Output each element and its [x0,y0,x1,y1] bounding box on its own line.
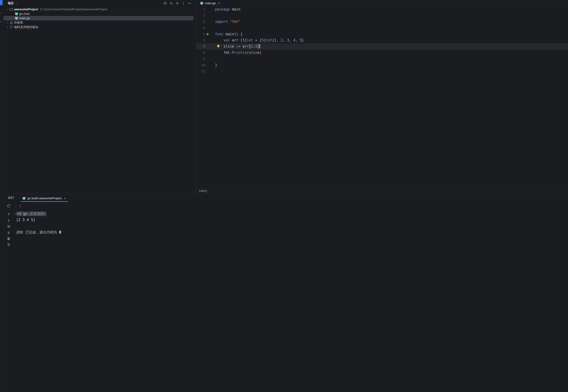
code-token: (slice) [247,51,261,55]
line-number[interactable]: 3 [196,19,205,25]
go-file-icon [200,1,204,5]
editor-gutter[interactable]: 11 [196,68,214,74]
code-line[interactable]: 4 [196,25,568,31]
console-output[interactable]: › <4 go 设置调用> [2 3 4 5] 进程 已完成，退出代码为 0 [14,210,568,392]
tree-item-external-libraries[interactable]: 外部库 [3,20,194,25]
external-libraries-icon [10,21,13,24]
line-number[interactable]: 11 [196,68,205,74]
chevron-down-icon[interactable] [15,1,18,5]
editor-area: main.go × 1package main23import "fmt"45f… [196,0,568,194]
editor-tab-bar: main.go × [196,0,568,6]
run-tab[interactable]: go build awesomeProject × [21,196,68,202]
tree-item-maingo[interactable]: main.go [3,16,194,20]
editor-gutter[interactable]: 10 [196,62,214,68]
breadcrumbs-bar: main() [196,188,568,194]
up-arrow-icon[interactable] [7,212,11,216]
close-icon[interactable]: × [64,196,66,200]
fold-expander-icon[interactable]: › [14,211,16,217]
console-toolbar [3,210,14,392]
code-text: package main [214,6,568,13]
tree-item-scratches[interactable]: 临时文件和控制台 [3,25,194,29]
code-text: var arr [5]int = [5]int{1, 2, 3, 4, 5} [214,37,568,43]
code-editor[interactable]: 1package main23import "fmt"45func main()… [196,6,568,188]
editor-gutter[interactable]: 1 [196,6,214,13]
code-line[interactable]: 2 [196,13,568,18]
folded-command-chip[interactable]: <4 go 设置调用> [16,211,46,216]
line-number[interactable]: 9 [196,56,205,62]
code-text: func main() { [214,31,568,37]
hide-icon[interactable] [188,1,191,5]
code-token: , [289,38,293,42]
line-number[interactable]: 1 [196,6,205,13]
chevron-collapsed-icon[interactable] [6,21,9,25]
clear-icon[interactable] [7,243,11,247]
code-token: ] [264,38,266,42]
close-icon[interactable]: × [218,1,220,5]
run-gutter-icon[interactable] [207,33,209,36]
tree-item-root[interactable]: awesomeProject C:\Users\meowr\GolandProj… [3,7,194,12]
code-line[interactable]: 6 var arr [5]int = [5]int{1, 2, 3, 4, 5} [196,37,568,43]
code-token: 3 [287,38,289,42]
code-token: 1 [251,44,253,48]
code-line[interactable]: 7 slice := arr[1:5] [196,43,568,49]
code-line[interactable]: 3import "fmt" [196,19,568,25]
ide-window: 项目 [0,0,568,392]
editor-gutter[interactable]: 2 [196,13,214,18]
line-number[interactable]: 8 [196,50,205,56]
run-toolbar [3,202,568,210]
code-token: Println [232,51,247,55]
tree-item-gomod[interactable]: go.mod [3,12,194,16]
code-line[interactable]: 1package main [196,6,568,13]
chevron-expanded-icon[interactable] [6,8,9,11]
locate-icon[interactable] [163,1,167,5]
rerun-icon[interactable] [7,204,11,208]
editor-tab-maingo[interactable]: main.go × [198,0,222,6]
collapse-all-icon[interactable] [175,1,179,5]
code-token: main() { [224,32,242,36]
code-line[interactable]: 5func main() { [196,31,568,37]
line-number[interactable]: 6 [196,37,205,43]
code-token: = [ [253,38,262,42]
editor-gutter[interactable]: 6 [196,37,214,43]
code-line[interactable]: 10} [196,62,568,68]
main-area: 项目 [3,0,568,392]
code-token: , [276,38,281,42]
run-panel-header: 运行 go build awesomeProject × [3,194,568,202]
code-token [215,38,224,42]
scroll-end-icon[interactable] [7,231,11,234]
code-token: 5 [262,38,264,42]
scratches-icon [10,25,13,29]
editor-gutter[interactable]: 9 [196,56,214,62]
editor-gutter[interactable]: 5 [196,31,214,37]
editor-gutter[interactable]: 3 [196,19,214,25]
console-command-line[interactable]: › <4 go 设置调用> [14,211,568,217]
print-icon[interactable] [7,237,11,240]
editor-gutter[interactable]: 7 [196,43,214,49]
chevron-collapsed-icon[interactable] [6,25,9,29]
stripe-divider [0,13,1,13]
line-number[interactable]: 10 [196,62,205,68]
code-line[interactable]: 9 [196,56,568,62]
code-token: 2 [281,38,283,42]
project-stripe-icon[interactable] [0,0,2,5]
tree-item-label: go.mod [19,12,29,15]
code-token: , [283,38,287,42]
run-tool-window-title[interactable]: 运行 [8,196,14,202]
editor-gutter[interactable]: 8 [196,50,214,56]
line-number[interactable]: 5 [196,31,205,37]
code-text [214,25,568,31]
more-icon[interactable] [182,1,185,5]
code-token: 5 [255,44,257,48]
soft-wrap-icon[interactable] [7,224,11,228]
line-number[interactable]: 4 [196,25,205,31]
line-number[interactable]: 2 [196,13,205,18]
line-number[interactable]: 7 [196,43,205,49]
kebab-icon[interactable] [18,204,22,208]
expand-collapse-icon[interactable] [169,1,173,5]
down-arrow-icon[interactable] [7,219,11,222]
project-panel-title[interactable]: 项目 [8,1,14,5]
editor-gutter[interactable]: 4 [196,25,214,31]
code-line[interactable]: 8 fmt.Println(slice) [196,50,568,56]
code-line[interactable]: 11 [196,68,568,74]
breadcrumb-item[interactable]: main() [199,189,207,193]
